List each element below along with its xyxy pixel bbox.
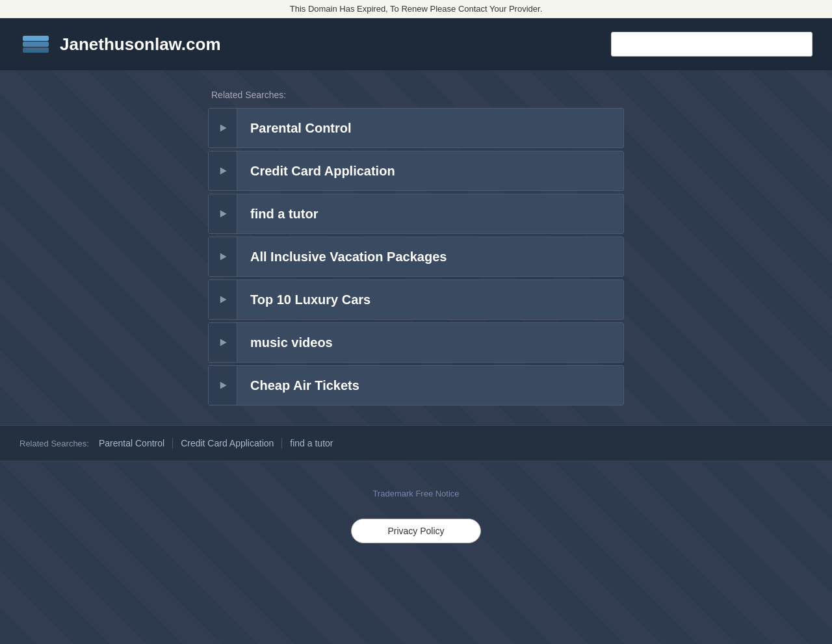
search-input[interactable]: [611, 32, 812, 57]
svg-marker-9: [220, 381, 226, 389]
svg-marker-8: [220, 339, 226, 346]
search-item-arrow-credit-card-application: [209, 151, 237, 190]
svg-marker-6: [220, 253, 226, 260]
header: Janethusonlaw.com: [0, 18, 832, 70]
search-item-cheap-air-tickets[interactable]: Cheap Air Tickets: [208, 365, 624, 406]
search-item-all-inclusive-vacation[interactable]: All Inclusive Vacation Packages: [208, 237, 624, 277]
play-icon: [218, 338, 228, 347]
svg-marker-5: [220, 210, 226, 217]
top-banner: This Domain Has Expired, To Renew Please…: [0, 0, 832, 18]
svg-marker-4: [220, 167, 226, 174]
logo-area: Janethusonlaw.com: [20, 28, 221, 60]
svg-rect-1: [23, 42, 49, 47]
search-item-top-10-luxury-cars[interactable]: Top 10 Luxury Cars: [208, 279, 624, 320]
play-icon: [218, 381, 228, 390]
footer-related: Related Searches: Parental ControlCredit…: [0, 425, 832, 461]
play-icon: [218, 166, 228, 175]
search-list: Parental Control Credit Card Application…: [208, 108, 624, 406]
footer-related-label: Related Searches:: [20, 439, 89, 448]
search-item-find-a-tutor[interactable]: find a tutor: [208, 194, 624, 234]
search-item-label-find-a-tutor: find a tutor: [237, 207, 331, 222]
play-icon: [218, 295, 228, 304]
svg-rect-0: [23, 47, 49, 53]
top-banner-text: This Domain Has Expired, To Renew Please…: [290, 4, 543, 14]
search-item-arrow-parental-control: [209, 109, 237, 148]
footer-link-2[interactable]: find a tutor: [282, 438, 341, 448]
main-content: Related Searches: Parental Control Credi…: [0, 70, 832, 425]
search-item-label-credit-card-application: Credit Card Application: [237, 164, 408, 179]
privacy-area: Privacy Policy: [0, 512, 832, 569]
search-item-arrow-top-10-luxury-cars: [209, 280, 237, 319]
search-item-credit-card-application[interactable]: Credit Card Application: [208, 151, 624, 191]
search-item-label-parental-control: Parental Control: [237, 121, 365, 136]
search-item-label-top-10-luxury-cars: Top 10 Luxury Cars: [237, 292, 384, 307]
trademark-link[interactable]: Trademark Free Notice: [372, 489, 459, 498]
play-icon: [218, 252, 228, 261]
footer-links-container: Parental ControlCredit Card Applicationf…: [99, 437, 341, 449]
logo-title: Janethusonlaw.com: [60, 34, 221, 55]
search-item-label-music-videos: music videos: [237, 335, 346, 350]
svg-rect-2: [23, 36, 49, 41]
search-item-arrow-cheap-air-tickets: [209, 366, 237, 405]
content-box: Related Searches: Parental Control Credi…: [208, 90, 624, 406]
footer-link-1[interactable]: Credit Card Application: [173, 438, 282, 448]
play-icon: [218, 209, 228, 218]
privacy-policy-button[interactable]: Privacy Policy: [351, 519, 480, 543]
svg-marker-3: [220, 124, 226, 131]
search-item-label-cheap-air-tickets: Cheap Air Tickets: [237, 378, 372, 393]
search-item-music-videos[interactable]: music videos: [208, 322, 624, 363]
footer-link-0[interactable]: Parental Control: [99, 438, 173, 448]
play-icon: [218, 123, 228, 133]
search-item-label-all-inclusive-vacation: All Inclusive Vacation Packages: [237, 250, 460, 264]
svg-marker-7: [220, 296, 226, 303]
search-item-arrow-all-inclusive-vacation: [209, 237, 237, 276]
search-item-arrow-music-videos: [209, 323, 237, 362]
search-item-arrow-find-a-tutor: [209, 194, 237, 233]
search-item-parental-control[interactable]: Parental Control: [208, 108, 624, 148]
trademark-area: Trademark Free Notice: [0, 461, 832, 512]
logo-icon: [20, 28, 52, 60]
related-searches-heading: Related Searches:: [208, 90, 624, 100]
